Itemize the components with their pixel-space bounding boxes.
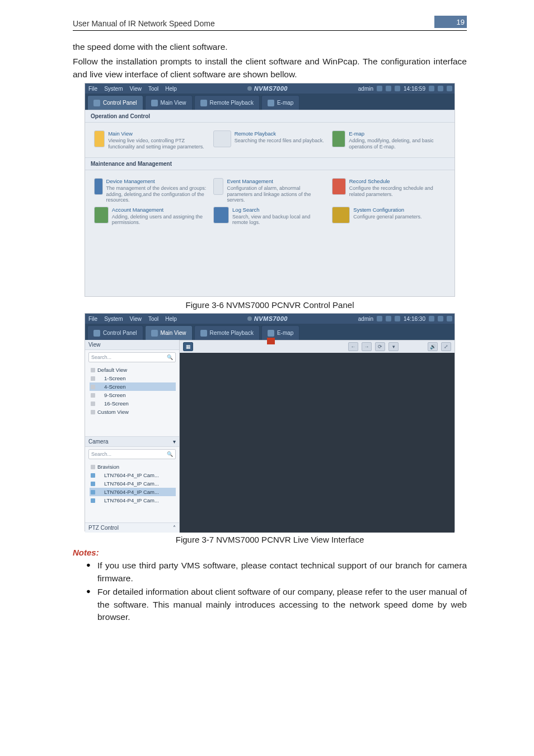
close-icon[interactable] [447,86,452,91]
camera-group[interactable]: Bravision [90,463,176,471]
logo-icon [247,86,252,91]
tab-remote-playback-2[interactable]: Remote Playback [194,325,260,340]
tile-device-management-desc: The management of the devices and groups… [106,185,207,203]
tab-e-map[interactable]: E-map [261,95,299,110]
resource-icon-2[interactable] [377,316,382,321]
clock-label-2: 14:16:30 [404,316,425,322]
lock-icon-2[interactable] [395,316,400,321]
section-operation-control: Operation and Control [85,110,455,123]
menu-file[interactable]: File [88,86,97,92]
maximize-icon[interactable] [438,86,443,91]
menu-help-2[interactable]: Help [165,316,177,322]
tab-remote-playback-label: Remote Playback [210,100,254,106]
tab-control-panel[interactable]: Control Panel [87,95,143,110]
tile-log-search-title: Log Search [232,207,326,213]
close-icon-2[interactable] [447,316,452,321]
tile-system-configuration-desc: Configure general parameters. [353,214,421,220]
resource-icon[interactable] [377,86,382,91]
camera-item-1[interactable]: LTN7604-P4_IP Cam... [90,471,176,479]
tree-4-screen[interactable]: 4-Screen [90,382,176,391]
menu-system[interactable]: System [104,86,123,92]
note-item-2: For detailed information about client so… [86,586,467,623]
minimize-icon-2[interactable] [429,316,434,321]
home-icon [93,100,100,106]
menu-tool-2[interactable]: Tool [148,316,158,322]
chevron-down-icon[interactable]: ▾ [173,438,176,445]
tile-remote-playback[interactable]: Remote PlaybackSearching the record file… [213,130,327,150]
tab-main-view-label: Main View [161,100,186,106]
menu-view[interactable]: View [129,86,142,92]
tile-main-view[interactable]: Main ViewViewing live video, controlling… [94,130,208,150]
camera-item-3[interactable]: LTN7604-P4_IP Cam... [90,488,176,496]
lock-icon[interactable] [395,86,400,91]
current-user: admin [358,86,373,92]
figure-1-caption: Figure 3-6 NVMS7000 PCNVR Control Panel [73,300,467,310]
menu-system-2[interactable]: System [104,316,123,322]
device-tile-icon [94,178,103,195]
tile-log-search[interactable]: Log SearchSearch, view and backup local … [213,207,327,226]
tab-control-panel-2[interactable]: Control Panel [87,325,143,340]
app-title-2: NVMS7000 [254,315,288,322]
account-tile-icon [94,207,109,223]
tab-main-view-2[interactable]: Main View [145,325,193,340]
tree-9-screen[interactable]: 9-Screen [90,391,176,399]
layout-button[interactable]: ▦ [183,342,193,351]
camera-panel-header-label: Camera [88,438,109,445]
tile-device-management[interactable]: Device ManagementThe management of the d… [94,178,208,203]
tile-account-management[interactable]: Account ManagementAdding, deleting users… [94,207,208,226]
playback-icon [200,100,207,106]
logo-icon-2 [247,316,252,321]
tile-record-schedule[interactable]: Record ScheduleConfigure the recording s… [332,178,446,203]
tab-main-view[interactable]: Main View [145,95,193,110]
map-icon [268,100,274,106]
menu-help[interactable]: Help [165,86,177,92]
camera-tile-icon [94,130,105,147]
notes-heading: Notes: [73,548,467,557]
page-prev-button[interactable]: ← [348,342,358,351]
page-next-button[interactable]: → [362,342,372,351]
tree-custom-view[interactable]: Custom View [90,408,176,416]
pause-cycle-button[interactable]: ▾ [388,342,399,351]
menu-file-2[interactable]: File [88,316,97,322]
log-tile-icon [213,207,229,223]
emap-tile-icon [332,130,345,147]
camera-tree: Bravision LTN7604-P4_IP Cam... LTN7604-P… [85,461,179,508]
tile-account-management-desc: Adding, deleting users and assigning the… [112,214,203,226]
record-tile-icon [332,178,345,195]
note-item-1: If you use third party VMS software, ple… [86,559,467,585]
camera-search-input[interactable]: Search... 🔍 [88,449,176,459]
view-tree: Default View 1-Screen 4-Screen 9-Screen … [85,365,179,419]
camera-item-4[interactable]: LTN7604-P4_IP Cam... [90,496,176,505]
search-icon-2: 🔍 [167,451,173,457]
live-view-area[interactable]: ▦ ← → ⟳ ▾ 🔊 ⤢ [180,340,455,533]
tile-e-map[interactable]: E-mapAdding, modifying, deleting, and ba… [332,130,446,150]
clock-label: 14:16:59 [404,86,425,92]
ptz-control-header[interactable]: PTZ Control ˄ [85,522,179,533]
tree-16-screen[interactable]: 16-Screen [90,399,176,408]
header-rule [73,30,467,31]
tile-record-schedule-desc: Configure the recording schedule and rel… [349,185,433,197]
volume-button[interactable]: 🔊 [428,342,438,351]
tab-main-view-2-label: Main View [161,330,186,336]
tab-remote-playback[interactable]: Remote Playback [194,95,260,110]
tree-1-screen[interactable]: 1-Screen [90,374,176,382]
page-number: 19 [434,16,467,28]
stop-all-button[interactable] [267,338,275,344]
chevron-up-icon: ˄ [173,525,176,531]
menu-tool[interactable]: Tool [148,86,158,92]
monitor-icon-2 [151,330,158,337]
maximize-icon-2[interactable] [438,316,443,321]
view-search-input[interactable]: Search... 🔍 [88,352,176,362]
cycle-button[interactable]: ⟳ [375,342,385,351]
fullscreen-button[interactable]: ⤢ [441,342,451,351]
menu-view-2[interactable]: View [129,316,142,322]
tile-system-configuration[interactable]: System ConfigurationConfigure general pa… [332,207,446,226]
minimize-icon[interactable] [429,86,434,91]
tile-event-management[interactable]: Event ManagementConfiguration of alarm, … [213,178,327,203]
camera-item-2[interactable]: LTN7604-P4_IP Cam... [90,479,176,488]
screen-icon-2[interactable] [386,316,391,321]
tree-default-view[interactable]: Default View [90,366,176,374]
tile-event-management-desc: Configuration of alarm, abnormal paramet… [227,185,311,203]
left-side-panel: View Search... 🔍 Default View 1-Screen 4… [85,340,180,533]
screen-icon[interactable] [386,86,391,91]
